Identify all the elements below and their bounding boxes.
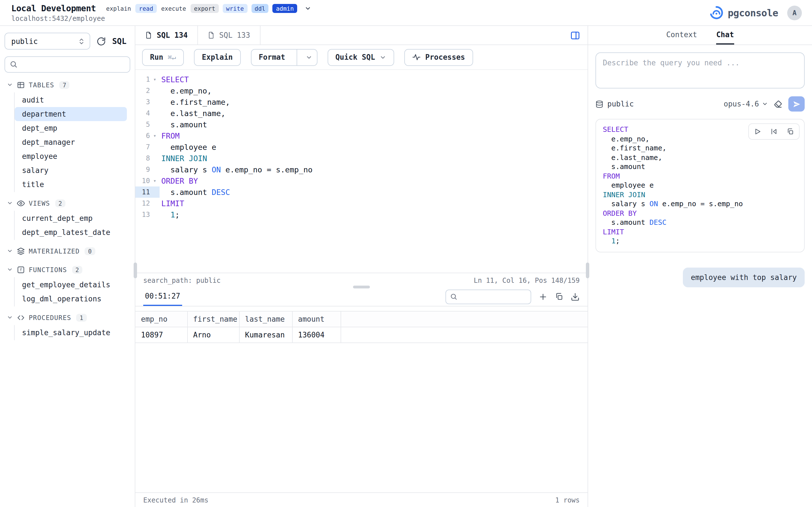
results-header-row: emp_nofirst_namelast_nameamount [135, 311, 588, 327]
sidebar-resize-handle[interactable] [134, 263, 137, 278]
search-icon [10, 60, 17, 68]
result-tab-timer[interactable]: 00:51:27 [143, 287, 182, 306]
database-icon [596, 100, 603, 108]
tree-section-functions[interactable]: fFUNCTIONS2 [4, 262, 130, 277]
permission-badge-export: export [191, 4, 219, 13]
execution-time: Executed in 26ms [143, 496, 208, 504]
sql-mode-toggle[interactable]: SQL [112, 37, 126, 46]
quick-sql-button[interactable]: Quick SQL [327, 49, 394, 66]
editor-line-3[interactable]: 3 e.first_name, [135, 96, 588, 108]
results-table: emp_nofirst_namelast_nameamount 10897Arn… [135, 311, 588, 343]
assistant-panel: ContextChat public opus-4.6 [588, 26, 812, 507]
editor-line-8[interactable]: 8INNER JOIN [135, 153, 588, 164]
tree-section-procedures[interactable]: PROCEDURES1 [4, 310, 130, 325]
send-button[interactable] [788, 96, 805, 112]
chevron-down-icon[interactable] [301, 54, 317, 61]
editor-line-1[interactable]: 1▾SELECT [135, 74, 588, 85]
chevron-down-icon[interactable] [305, 5, 311, 11]
editor-line-5[interactable]: 5 s.amount [135, 119, 588, 130]
editor-line-4[interactable]: 4 e.last_name, [135, 108, 588, 119]
column-header-amount[interactable]: amount [292, 311, 341, 327]
tree-section-materialized[interactable]: MATERIALIZED0 [4, 243, 130, 259]
results-search-input[interactable] [446, 289, 531, 304]
copy-results-icon[interactable] [555, 292, 563, 301]
editor-line-2[interactable]: 2 e.emp_no, [135, 85, 588, 96]
tree-item-audit[interactable]: audit [15, 93, 127, 107]
refresh-icon[interactable] [96, 36, 106, 46]
tree-section-views[interactable]: VIEWS2 [4, 195, 130, 211]
explain-button[interactable]: Explain [194, 49, 241, 66]
avatar[interactable]: A [787, 5, 802, 20]
line-number: 5 [135, 119, 150, 130]
fold-gutter [150, 108, 160, 119]
editor-tab-sql-133[interactable]: SQL 133 [198, 26, 260, 45]
tree-item-title[interactable]: title [15, 177, 127, 191]
editor-line-6[interactable]: 6▾FROM [135, 130, 588, 142]
fold-gutter [150, 164, 160, 175]
column-header-emp_no[interactable]: emp_no [135, 311, 187, 327]
pgconsole-logo-icon [709, 5, 724, 20]
tree-item-department[interactable]: department [15, 107, 127, 121]
tree-item-dept_emp[interactable]: dept_emp [15, 121, 127, 135]
results-tabbar: 00:51:27 [135, 287, 588, 306]
tab-chat[interactable]: Chat [716, 26, 734, 45]
tree-item-dept_manager[interactable]: dept_manager [15, 135, 127, 149]
download-results-icon[interactable] [571, 292, 580, 301]
line-number: 13 [135, 209, 150, 220]
schema-select[interactable]: public [4, 33, 90, 50]
section-count-badge: 7 [59, 81, 70, 89]
sidebar-search-input[interactable] [4, 56, 130, 73]
line-number: 2 [135, 85, 150, 96]
chevron-down-icon [762, 101, 768, 107]
editor-line-13[interactable]: 13 1; [135, 209, 588, 220]
editor-line-12[interactable]: 12LIMIT [135, 198, 588, 209]
tab-context[interactable]: Context [666, 26, 697, 45]
tree-item-log_dml_operations[interactable]: log_dml_operations [15, 292, 127, 306]
assistant-tabbar: ContextChat [588, 26, 812, 45]
chevron-down-icon [7, 200, 13, 206]
line-number: 12 [135, 198, 150, 209]
results-body: 10897ArnoKumaresan136004 [135, 327, 588, 343]
chat-resize-handle[interactable] [586, 263, 589, 278]
editor-line-11[interactable]: 11 s.amount DESC [135, 186, 588, 198]
copy-code-icon[interactable] [783, 125, 798, 138]
file-icon [145, 32, 152, 39]
tree-item-dept_emp_latest_date[interactable]: dept_emp_latest_date [15, 225, 127, 239]
user-message: employee with top salary [683, 267, 805, 287]
tree-item-get_employee_details[interactable]: get_employee_details [15, 278, 127, 292]
connection-title: Local Development [11, 3, 96, 13]
tree-item-current_dept_emp[interactable]: current_dept_emp [15, 211, 127, 225]
insert-into-editor-icon[interactable] [766, 125, 781, 138]
tree-item-employee[interactable]: employee [15, 149, 127, 163]
fold-marker-icon[interactable]: ▾ [150, 130, 160, 142]
column-header-last_name[interactable]: last_name [239, 311, 292, 327]
fold-marker-icon[interactable]: ▾ [150, 74, 160, 85]
run-code-icon[interactable] [750, 125, 765, 138]
clear-chat-icon[interactable] [774, 100, 783, 108]
run-button[interactable]: Run ⌘↵ [142, 49, 184, 66]
fold-gutter [150, 119, 160, 130]
editor-tabbar-tabs: SQL 134SQL 133 [135, 26, 260, 45]
results-resize-handle[interactable] [353, 286, 370, 288]
tree-section-tables[interactable]: TABLES7 [4, 77, 130, 93]
app-header: Local Development explainreadexecuteexpo… [0, 0, 812, 26]
editor-line-7[interactable]: 7 employee e [135, 142, 588, 153]
schema-tree: TABLES7auditdepartmentdept_empdept_manag… [4, 77, 130, 340]
editor-tab-sql-134[interactable]: SQL 134 [135, 26, 198, 45]
code-editor[interactable]: 1▾SELECT2 e.emp_no,3 e.first_name,4 e.la… [135, 70, 588, 273]
split-editor-icon[interactable] [570, 30, 580, 40]
add-tab-icon[interactable] [539, 292, 548, 301]
processes-button[interactable]: Processes [404, 49, 473, 66]
fold-marker-icon[interactable]: ▾ [150, 175, 160, 186]
model-select[interactable]: opus-4.6 [724, 100, 768, 108]
format-button[interactable]: Format [251, 49, 317, 66]
editor-line-9[interactable]: 9 salary s ON e.emp_no = s.emp_no [135, 164, 588, 175]
tree-item-salary[interactable]: salary [15, 163, 127, 177]
code-icon [17, 314, 25, 321]
activity-icon [412, 53, 421, 61]
chat-input[interactable] [596, 52, 805, 89]
column-header-first_name[interactable]: first_name [187, 311, 239, 327]
tree-item-simple_salary_update[interactable]: simple_salary_update [15, 326, 127, 340]
table-row[interactable]: 10897ArnoKumaresan136004 [135, 327, 588, 343]
editor-line-10[interactable]: 10▾ORDER BY [135, 175, 588, 186]
